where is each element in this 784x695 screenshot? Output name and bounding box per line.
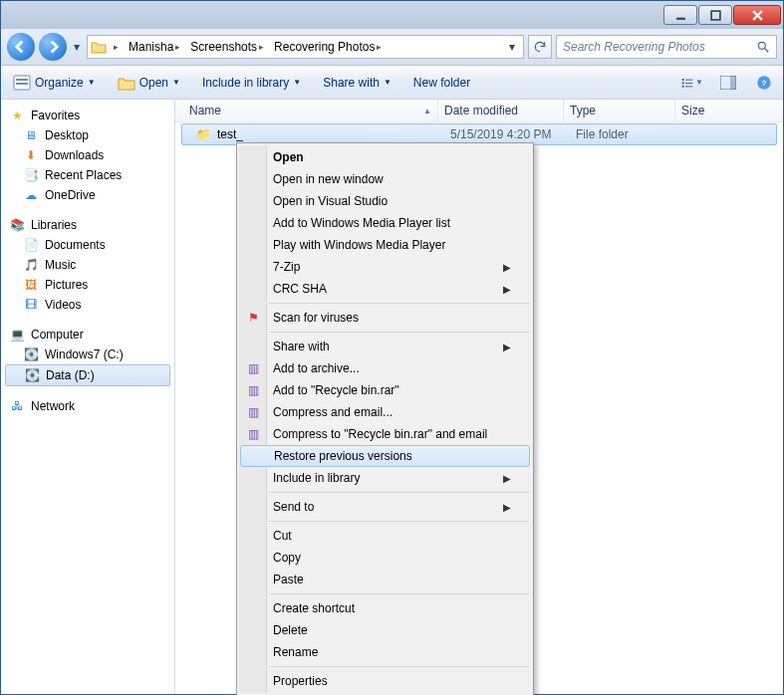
shield-icon: ⚑ bbox=[245, 310, 261, 326]
help-button[interactable]: ? bbox=[753, 72, 775, 94]
pictures-icon: 🖼 bbox=[23, 277, 39, 293]
close-button[interactable] bbox=[733, 5, 781, 25]
folder-icon: 📁 bbox=[195, 126, 211, 142]
svg-rect-12 bbox=[685, 79, 692, 80]
ctx-compress-rar-email[interactable]: ▥Compress to "Recycle bin.rar" and email bbox=[239, 423, 531, 445]
svg-rect-9 bbox=[682, 78, 684, 80]
archive-icon: ▥ bbox=[245, 404, 261, 420]
music-icon: 🎵 bbox=[23, 257, 39, 273]
ctx-open-visual-studio[interactable]: Open in Visual Studio bbox=[239, 190, 531, 212]
sidebar-item-videos[interactable]: 🎞Videos bbox=[1, 295, 174, 315]
titlebar bbox=[1, 1, 783, 29]
ctx-add-rar[interactable]: ▥Add to "Recycle bin.rar" bbox=[239, 379, 531, 401]
forward-button[interactable] bbox=[39, 33, 67, 61]
open-button[interactable]: Open▼ bbox=[114, 72, 184, 94]
ctx-compress-email[interactable]: ▥Compress and email... bbox=[239, 401, 531, 423]
svg-rect-16 bbox=[730, 76, 736, 90]
svg-rect-7 bbox=[16, 79, 28, 81]
new-folder-button[interactable]: New folder bbox=[409, 73, 474, 93]
ctx-open-new-window[interactable]: Open in new window bbox=[239, 168, 531, 190]
column-date[interactable]: Date modified bbox=[438, 100, 564, 121]
view-options-button[interactable]: ▼ bbox=[681, 72, 703, 94]
sidebar-network-head[interactable]: 🖧Network bbox=[1, 396, 174, 416]
maximize-button[interactable] bbox=[698, 5, 732, 25]
star-icon: ★ bbox=[9, 108, 25, 123]
sidebar-item-desktop[interactable]: 🖥Desktop bbox=[1, 125, 174, 145]
folder-icon bbox=[90, 38, 108, 56]
ctx-delete[interactable]: Delete bbox=[239, 619, 531, 641]
search-icon bbox=[756, 40, 770, 54]
sidebar-libraries-head[interactable]: 📚Libraries bbox=[1, 215, 174, 235]
svg-line-5 bbox=[765, 49, 769, 53]
ctx-rename[interactable]: Rename bbox=[239, 641, 531, 663]
minimize-button[interactable] bbox=[663, 5, 697, 25]
recent-icon: 📑 bbox=[23, 167, 39, 183]
refresh-button[interactable] bbox=[528, 35, 552, 59]
downloads-icon: ⬇ bbox=[23, 147, 39, 163]
navigation-bar: ▾ ▸ Manisha▸ Screenshots▸ Recovering Pho… bbox=[1, 29, 783, 66]
sidebar-item-onedrive[interactable]: ☁OneDrive bbox=[1, 185, 174, 205]
sidebar-item-documents[interactable]: 📄Documents bbox=[1, 235, 174, 255]
svg-rect-11 bbox=[682, 85, 684, 87]
address-bar[interactable]: ▸ Manisha▸ Screenshots▸ Recovering Photo… bbox=[87, 35, 524, 59]
navigation-pane: ★Favorites 🖥Desktop ⬇Downloads 📑Recent P… bbox=[1, 100, 175, 694]
toolbar: Organize▼ Open▼ Include in library▼ Shar… bbox=[1, 66, 783, 100]
ctx-7zip[interactable]: 7-Zip▶ bbox=[239, 256, 531, 278]
libraries-icon: 📚 bbox=[9, 217, 25, 233]
svg-text:?: ? bbox=[762, 79, 767, 88]
sidebar-item-drive-c[interactable]: 💽Windows7 (C:) bbox=[1, 345, 174, 364]
organize-icon bbox=[13, 75, 31, 91]
sidebar-favorites-head[interactable]: ★Favorites bbox=[1, 106, 174, 125]
desktop-icon: 🖥 bbox=[23, 127, 39, 143]
breadcrumb-recovering-photos[interactable]: Recovering Photos▸ bbox=[270, 36, 386, 58]
open-folder-icon bbox=[118, 75, 135, 91]
include-library-button[interactable]: Include in library▼ bbox=[198, 73, 305, 93]
search-input[interactable]: Search Recovering Photos bbox=[556, 35, 777, 59]
back-button[interactable] bbox=[7, 33, 35, 61]
breadcrumb-screenshots[interactable]: Screenshots▸ bbox=[186, 36, 268, 58]
breadcrumb-root-arrow[interactable]: ▸ bbox=[110, 36, 123, 58]
svg-rect-13 bbox=[685, 83, 692, 84]
preview-pane-button[interactable] bbox=[717, 72, 739, 94]
videos-icon: 🎞 bbox=[23, 297, 39, 313]
sidebar-item-music[interactable]: 🎵Music bbox=[1, 255, 174, 275]
svg-rect-10 bbox=[682, 82, 684, 84]
ctx-paste[interactable]: Paste bbox=[239, 569, 531, 590]
context-menu: Open Open in new window Open in Visual S… bbox=[236, 142, 534, 695]
breadcrumb-manisha[interactable]: Manisha▸ bbox=[125, 36, 184, 58]
organize-button[interactable]: Organize▼ bbox=[9, 72, 100, 94]
ctx-copy[interactable]: Copy bbox=[239, 547, 531, 569]
column-name[interactable]: Name▲ bbox=[183, 100, 438, 121]
ctx-share-with[interactable]: Share with▶ bbox=[239, 336, 531, 357]
ctx-add-archive[interactable]: ▥Add to archive... bbox=[239, 357, 531, 379]
svg-point-4 bbox=[758, 42, 765, 49]
ctx-crc-sha[interactable]: CRC SHA▶ bbox=[239, 278, 531, 300]
share-with-button[interactable]: Share with▼ bbox=[319, 73, 395, 93]
ctx-cut[interactable]: Cut bbox=[239, 525, 531, 547]
ctx-scan-viruses[interactable]: ⚑Scan for viruses bbox=[239, 307, 531, 329]
ctx-open[interactable]: Open bbox=[239, 146, 531, 168]
sidebar-item-pictures[interactable]: 🖼Pictures bbox=[1, 275, 174, 295]
svg-rect-8 bbox=[16, 83, 28, 85]
svg-rect-1 bbox=[711, 11, 720, 20]
sidebar-item-downloads[interactable]: ⬇Downloads bbox=[1, 145, 174, 165]
network-icon: 🖧 bbox=[9, 398, 25, 414]
ctx-send-to[interactable]: Send to▶ bbox=[239, 496, 531, 518]
ctx-wmp-add[interactable]: Add to Windows Media Player list bbox=[239, 212, 531, 234]
column-type[interactable]: Type bbox=[564, 100, 675, 121]
ctx-wmp-play[interactable]: Play with Windows Media Player bbox=[239, 234, 531, 256]
ctx-restore-previous-versions[interactable]: Restore previous versions bbox=[240, 445, 530, 467]
column-size[interactable]: Size bbox=[675, 100, 783, 121]
ctx-create-shortcut[interactable]: Create shortcut bbox=[239, 597, 531, 619]
documents-icon: 📄 bbox=[23, 237, 39, 253]
sidebar-computer-head[interactable]: 💻Computer bbox=[1, 325, 174, 345]
onedrive-icon: ☁ bbox=[23, 187, 39, 203]
svg-rect-14 bbox=[685, 86, 692, 87]
ctx-include-library[interactable]: Include in library▶ bbox=[239, 467, 531, 489]
ctx-properties[interactable]: Properties bbox=[239, 670, 531, 692]
computer-icon: 💻 bbox=[9, 327, 25, 343]
sidebar-item-drive-d[interactable]: 💽Data (D:) bbox=[5, 364, 170, 386]
address-dropdown[interactable]: ▾ bbox=[503, 40, 521, 54]
sidebar-item-recent-places[interactable]: 📑Recent Places bbox=[1, 165, 174, 185]
history-dropdown[interactable]: ▾ bbox=[71, 33, 83, 61]
